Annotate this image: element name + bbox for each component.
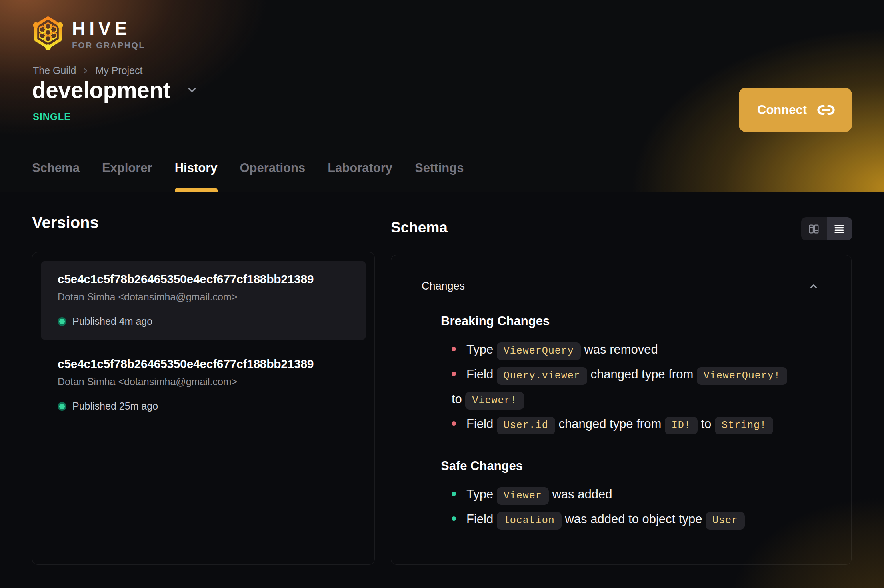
breaking-bullet-icon: [452, 372, 456, 376]
tabs: SchemaExplorerHistoryOperationsLaborator…: [32, 161, 464, 192]
schema-token-chip: location: [497, 512, 562, 530]
changes-body: Breaking ChangesType ViewerQuery was rem…: [391, 314, 851, 532]
breadcrumb-org[interactable]: The Guild: [33, 65, 76, 76]
safe-bullet-icon: [452, 516, 456, 521]
hive-hexagon-icon: [32, 14, 64, 52]
tab-explorer[interactable]: Explorer: [102, 161, 152, 192]
version-hash: c5e4c1c5f78b26465350e4ecf677cf188bb21389: [58, 272, 349, 286]
changes-header[interactable]: Changes: [391, 255, 851, 292]
schema-token-chip: ID!: [665, 417, 698, 434]
tab-settings[interactable]: Settings: [415, 161, 464, 192]
change-item: Field User.id changed type from ID! to S…: [452, 412, 796, 437]
changes-section-title: Safe Changes: [441, 459, 819, 473]
brand-name: HIVE: [72, 19, 145, 38]
schema-token-chip: Query.viewer: [497, 367, 587, 385]
changes-section-breaking: Breaking ChangesType ViewerQuery was rem…: [441, 314, 819, 437]
versions-list: c5e4c1c5f78b26465350e4ecf677cf188bb21389…: [32, 252, 375, 565]
target-type-badge: SINGLE: [33, 111, 71, 122]
version-hash: c5e4c1c5f78b26465350e4ecf677cf188bb21389: [58, 357, 349, 371]
breaking-bullet-icon: [452, 347, 456, 351]
split-view-icon: [808, 223, 820, 235]
safe-bullet-icon: [452, 492, 456, 496]
header: HIVE FOR GRAPHQL The Guild My Project de…: [0, 0, 884, 192]
change-item: Type Viewer was added: [452, 483, 796, 508]
page-title: development: [32, 78, 170, 103]
hive-logo[interactable]: HIVE FOR GRAPHQL: [32, 14, 145, 52]
schema-token-chip: ViewerQuery!: [697, 367, 787, 385]
breaking-bullet-icon: [452, 421, 456, 426]
chevron-right-icon: [82, 67, 90, 75]
version-status-text: Published 25m ago: [72, 400, 158, 412]
target-title-row: development: [32, 78, 198, 103]
version-card[interactable]: c5e4c1c5f78b26465350e4ecf677cf188bb21389…: [41, 261, 366, 340]
changes-label: Changes: [422, 280, 465, 292]
logo-text: HIVE FOR GRAPHQL: [72, 14, 145, 49]
version-author: Dotan Simha <dotansimha@gmail.com>: [58, 376, 349, 388]
list-view-icon: [833, 223, 845, 235]
changes-list: Type Viewer was addedField location was …: [441, 483, 819, 532]
link-icon: [817, 101, 835, 119]
schema-token-chip: Viewer: [497, 487, 549, 505]
published-dot-icon: [58, 402, 66, 411]
version-status: Published 4m ago: [58, 316, 349, 327]
breadcrumb-project[interactable]: My Project: [95, 65, 142, 76]
changes-section-title: Breaking Changes: [441, 314, 819, 328]
version-author: Dotan Simha <dotansimha@gmail.com>: [58, 291, 349, 303]
tab-schema[interactable]: Schema: [32, 161, 80, 192]
schema-heading: Schema: [391, 219, 448, 236]
schema-changes-panel: Changes Breaking ChangesType ViewerQuery…: [391, 255, 852, 565]
changes-list: Type ViewerQuery was removedField Query.…: [441, 338, 819, 437]
versions-heading: Versions: [32, 214, 99, 232]
published-dot-icon: [58, 317, 66, 326]
tab-history[interactable]: History: [175, 161, 218, 192]
version-status: Published 25m ago: [58, 400, 349, 412]
change-item: Field Query.viewer changed type from Vie…: [452, 363, 796, 412]
connect-button[interactable]: Connect: [739, 88, 852, 132]
schema-token-chip: String!: [715, 417, 773, 434]
list-view-button[interactable]: [827, 217, 852, 240]
breadcrumb: The Guild My Project: [33, 65, 142, 76]
chevron-up-icon[interactable]: [808, 281, 819, 292]
tab-operations[interactable]: Operations: [240, 161, 306, 192]
change-item: Type ViewerQuery was removed: [452, 338, 796, 363]
schema-token-chip: User.id: [497, 417, 555, 434]
split-view-button[interactable]: [801, 217, 827, 240]
changes-section-safe: Safe ChangesType Viewer was addedField l…: [441, 459, 819, 532]
version-card[interactable]: c5e4c1c5f78b26465350e4ecf677cf188bb21389…: [41, 346, 366, 425]
chevron-down-icon[interactable]: [186, 84, 198, 96]
view-mode-toggle: [801, 217, 852, 240]
page-background: HIVE FOR GRAPHQL The Guild My Project de…: [0, 0, 884, 588]
schema-token-chip: ViewerQuery: [497, 342, 581, 360]
schema-token-chip: Viewer!: [465, 392, 524, 410]
connect-button-label: Connect: [757, 103, 807, 117]
version-status-text: Published 4m ago: [72, 316, 152, 327]
schema-token-chip: User: [706, 512, 745, 530]
brand-tagline: FOR GRAPHQL: [72, 41, 145, 49]
tab-laboratory[interactable]: Laboratory: [328, 161, 392, 192]
change-item: Field location was added to object type …: [452, 508, 796, 532]
